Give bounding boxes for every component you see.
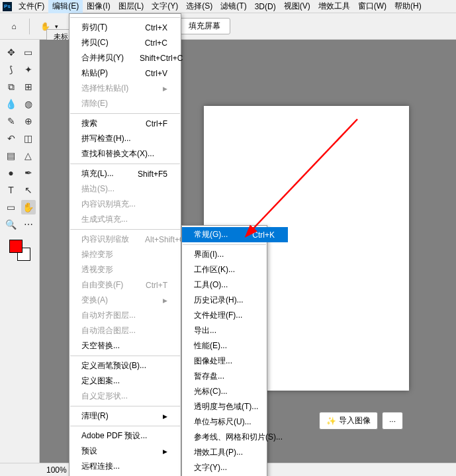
- more-button[interactable]: ···: [382, 412, 403, 430]
- menu-item-label: 历史记录(H)...: [194, 295, 244, 306]
- menu-shortcut: Ctrl+X: [145, 23, 167, 32]
- edit-menu-item-1[interactable]: 剪切(T)Ctrl+X: [69, 20, 181, 35]
- menu-item-label: 剪切(T): [81, 22, 107, 33]
- menu-item-label: 定义图案...: [81, 375, 120, 387]
- menu-item-label: 图像处理...: [194, 356, 232, 367]
- edit-menu-item-14: 内容识别填充...: [69, 197, 181, 212]
- menu-item-label: 工作区(K)...: [194, 264, 235, 275]
- pref-menu-item-0[interactable]: 常规(G)...Ctrl+K: [182, 227, 288, 242]
- pref-menu-item-2[interactable]: 界面(I)...: [182, 247, 288, 262]
- menu-window[interactable]: 窗口(W): [354, 0, 390, 13]
- gradient-tool-icon[interactable]: ▤: [4, 148, 19, 163]
- pref-menu-item-4[interactable]: 工具(O)...: [182, 277, 288, 293]
- edit-toolbar-icon[interactable]: ⋯: [21, 217, 36, 232]
- menu-layer[interactable]: 图层(L): [114, 0, 148, 13]
- pen-tool-icon[interactable]: ✒: [21, 166, 36, 180]
- zoom-level[interactable]: 100%: [46, 465, 67, 475]
- menu-3d[interactable]: 3D(D): [251, 1, 280, 13]
- menu-shortcut: Shift+F5: [138, 169, 167, 179]
- edit-menu-item-4[interactable]: 粘贴(P)Ctrl+V: [69, 66, 181, 81]
- edit-menu-item-24[interactable]: 天空替换...: [69, 338, 181, 354]
- menu-type[interactable]: 文字(Y): [148, 0, 182, 13]
- menu-file[interactable]: 文件(F): [15, 0, 48, 13]
- pref-menu-item-5[interactable]: 历史记录(H)...: [182, 293, 288, 308]
- shape-tool-icon[interactable]: ▭: [4, 200, 19, 214]
- menu-filter[interactable]: 滤镜(T): [216, 0, 250, 13]
- edit-menu-item-15: 生成式填充...: [69, 212, 181, 227]
- pref-menu-item-8[interactable]: 性能(E)...: [182, 338, 288, 354]
- pref-menu-item-14[interactable]: 参考线、网格和切片(S)...: [182, 430, 288, 445]
- edit-menu-item-33[interactable]: 预设▶: [69, 444, 181, 459]
- edit-menu-item-3[interactable]: 合并拷贝(Y)Shift+Ctrl+C: [69, 50, 181, 66]
- edit-menu-item-10[interactable]: 查找和替换文本(X)...: [69, 146, 181, 162]
- menu-item-label: 清除(E): [81, 98, 108, 109]
- home-button[interactable]: ⌂: [5, 18, 23, 35]
- hand-tool-icon[interactable]: ✋: [21, 200, 36, 214]
- menu-shortcut: Shift+Ctrl+C: [140, 54, 183, 63]
- path-tool-icon[interactable]: ↖: [21, 183, 36, 197]
- edit-menu-item-30[interactable]: 清理(R)▶: [69, 408, 181, 424]
- move-tool-icon[interactable]: ✥: [4, 45, 19, 60]
- edit-menu-item-18: 操控变形: [69, 247, 181, 262]
- pref-menu-item-16[interactable]: 文字(Y)...: [182, 460, 288, 475]
- pref-menu-item-11[interactable]: 光标(C)...: [182, 384, 288, 399]
- eyedropper-tool-icon[interactable]: 💧: [4, 97, 19, 111]
- edit-menu-item-20: 自由变换(F)Ctrl+T: [69, 277, 181, 293]
- pref-menu-item-15[interactable]: 增效工具(P)...: [182, 445, 288, 460]
- crop-tool-icon[interactable]: ⧉: [4, 79, 19, 94]
- marquee-tool-icon[interactable]: ▭: [21, 45, 36, 60]
- menu-item-label: Adobe PDF 预设...: [81, 430, 147, 442]
- tool-dropdown-icon[interactable]: ▾: [55, 23, 58, 30]
- stamp-tool-icon[interactable]: ⊕: [21, 114, 36, 128]
- menu-item-label: 合并拷贝(Y): [81, 52, 124, 64]
- edit-menu-item-12[interactable]: 填充(L)...Shift+F5: [69, 166, 181, 181]
- pref-menu-item-3[interactable]: 工作区(K)...: [182, 262, 288, 277]
- type-tool-icon[interactable]: T: [4, 183, 19, 197]
- menu-select[interactable]: 选择(S): [182, 0, 216, 13]
- menu-image[interactable]: 图像(I): [83, 0, 114, 13]
- menu-edit[interactable]: 编辑(E): [48, 0, 83, 13]
- sparkle-icon: ✨: [326, 416, 336, 426]
- menu-item-label: 内容识别缩放: [81, 234, 129, 245]
- edit-menu-dropdown: 剪切(T)Ctrl+X拷贝(C)Ctrl+C合并拷贝(Y)Shift+Ctrl+…: [69, 13, 181, 476]
- zoom-tool-icon[interactable]: 🔍: [4, 217, 19, 232]
- menu-separator: [70, 164, 180, 164]
- submenu-arrow-icon: ▶: [163, 448, 167, 455]
- edit-menu-item-27[interactable]: 定义图案...: [69, 373, 181, 389]
- pref-menu-item-9[interactable]: 图像处理...: [182, 354, 288, 369]
- blur-tool-icon[interactable]: △: [21, 148, 36, 163]
- edit-menu-item-2[interactable]: 拷贝(C)Ctrl+C: [69, 35, 181, 50]
- color-swatch[interactable]: [8, 238, 32, 262]
- menu-item-label: 清理(R): [81, 410, 109, 422]
- foreground-color[interactable]: [9, 240, 23, 253]
- edit-menu-item-32[interactable]: Adobe PDF 预设...: [69, 428, 181, 444]
- eraser-tool-icon[interactable]: ◫: [21, 131, 36, 146]
- edit-menu-item-28: 自义定形状...: [69, 389, 181, 404]
- pref-menu-item-13[interactable]: 单位与标尺(U)...: [182, 414, 288, 430]
- fill-screen-button[interactable]: 填充屏幕: [179, 18, 230, 34]
- pref-menu-item-10[interactable]: 暂存盘...: [182, 369, 288, 384]
- dodge-tool-icon[interactable]: ●: [4, 166, 19, 180]
- edit-menu-item-8[interactable]: 搜索Ctrl+F: [69, 116, 181, 131]
- history-brush-tool-icon[interactable]: ↶: [4, 131, 19, 146]
- edit-menu-item-9[interactable]: 拼写检查(H)...: [69, 131, 181, 146]
- menu-item-label: 透明度与色域(T)...: [194, 401, 258, 412]
- pref-menu-item-6[interactable]: 文件处理(F)...: [182, 308, 288, 323]
- brush-tool-icon[interactable]: ✎: [4, 114, 19, 128]
- menu-plugins[interactable]: 增效工具: [314, 0, 354, 13]
- frame-tool-icon[interactable]: ⊞: [21, 79, 36, 94]
- edit-menu-item-26[interactable]: 定义画笔预设(B)...: [69, 358, 181, 373]
- menu-help[interactable]: 帮助(H): [390, 0, 426, 13]
- lasso-tool-icon[interactable]: ⟆: [4, 62, 19, 77]
- menu-item-label: 变换(A): [81, 295, 108, 306]
- edit-menu-item-34[interactable]: 远程连接...: [69, 459, 181, 474]
- pref-menu-item-12[interactable]: 透明度与色域(T)...: [182, 399, 288, 414]
- menu-view[interactable]: 视图(V): [280, 0, 314, 13]
- healing-tool-icon[interactable]: ◍: [21, 97, 36, 111]
- pref-menu-item-7[interactable]: 导出...: [182, 323, 288, 338]
- menu-item-label: 搜索: [81, 118, 97, 129]
- menu-separator: [70, 229, 180, 230]
- menu-item-label: 自动混合图层...: [81, 325, 136, 336]
- wand-tool-icon[interactable]: ✦: [21, 62, 36, 77]
- import-image-button[interactable]: ✨导入图像: [319, 412, 378, 430]
